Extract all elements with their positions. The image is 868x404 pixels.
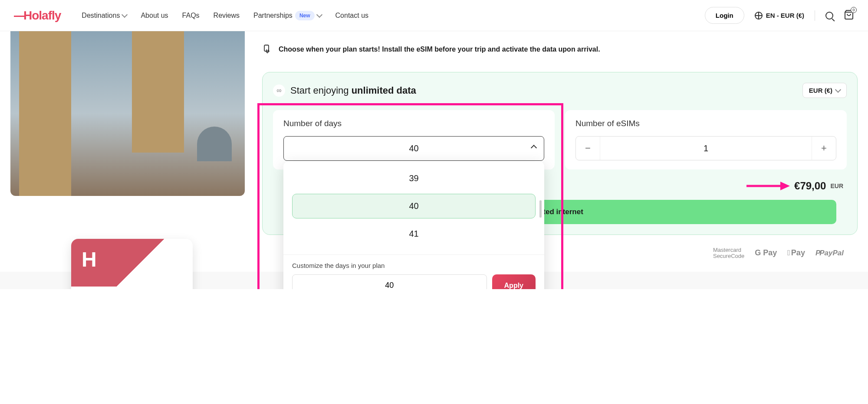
config-column: Choose when your plan starts! Install th… <box>262 31 858 272</box>
cart-count-badge: 0 <box>851 7 857 13</box>
days-label: Number of days <box>283 119 544 128</box>
currency-selector[interactable]: EUR (€) <box>802 83 847 98</box>
apple-pay-logo: Pay <box>787 249 805 257</box>
activation-text: Choose when your plan starts! Install th… <box>279 46 600 53</box>
days-option-39[interactable]: 39 <box>292 166 536 190</box>
paypal-logo: PPayPal <box>815 249 844 257</box>
increment-button[interactable]: + <box>812 137 836 160</box>
language-label: EN - EUR (€) <box>766 12 804 19</box>
cart-button[interactable]: 0 <box>844 10 854 22</box>
chevron-down-icon <box>122 11 128 17</box>
decrement-button[interactable]: − <box>576 137 600 160</box>
esim-stepper: − 1 + <box>575 136 836 160</box>
days-select[interactable]: 40 <box>283 136 544 161</box>
mastercard-securecode-logo: MastercardSecureCode <box>713 247 744 260</box>
nav-partnerships[interactable]: Partnerships New <box>253 11 322 20</box>
header-right: Login EN - EUR (€) 0 <box>705 7 854 24</box>
config-header: ∞ Start enjoying unlimited data EUR (€) <box>273 83 847 98</box>
custom-days-section: Customize the days in your plan Apply <box>283 254 544 289</box>
card-header: H <box>71 239 193 287</box>
nav-faqs[interactable]: FAQs <box>182 12 200 20</box>
price-value: €79,00 <box>794 180 826 192</box>
days-option-40[interactable]: 40 <box>292 194 536 218</box>
custom-days-label: Customize the days in your plan <box>292 262 536 269</box>
days-dropdown: 39 40 41 Customize the days in your plan… <box>283 161 544 289</box>
main-content: H Scan the QR code and connect instantly… <box>0 31 868 272</box>
hero-column: H Scan the QR code and connect instantly… <box>10 31 245 272</box>
chevron-down-icon <box>316 11 322 17</box>
plan-configurator: ∞ Start enjoying unlimited data EUR (€) … <box>262 72 858 235</box>
divider <box>815 10 815 21</box>
nav-destinations[interactable]: Destinations <box>82 12 127 20</box>
main-nav: Destinations About us FAQs Reviews Partn… <box>82 11 704 20</box>
nav-destinations-label: Destinations <box>82 12 120 20</box>
arrow-annotation-icon <box>746 181 790 191</box>
language-selector[interactable]: EN - EUR (€) <box>755 12 804 20</box>
esim-quantity: 1 <box>600 143 812 153</box>
login-button[interactable]: Login <box>705 7 744 24</box>
fields-row: Number of days 40 39 40 41 <box>273 110 847 169</box>
currency-label: EUR (€) <box>809 87 832 94</box>
plan-title-unlimited: unlimited data <box>352 85 416 96</box>
plan-title: ∞ Start enjoying unlimited data <box>273 85 416 97</box>
activation-hint: Choose when your plan starts! Install th… <box>262 44 858 55</box>
infinity-icon: ∞ <box>273 85 285 97</box>
days-option-41[interactable]: 41 <box>292 222 536 246</box>
destination-image <box>10 31 245 196</box>
google-pay-logo: G Pay <box>755 249 777 257</box>
svg-marker-2 <box>780 182 790 190</box>
nav-partnerships-label: Partnerships <box>253 12 293 20</box>
price-currency: EUR <box>830 182 843 189</box>
days-value: 40 <box>409 143 418 153</box>
days-field: Number of days 40 39 40 41 <box>273 110 555 169</box>
header: Holafly Destinations About us FAQs Revie… <box>0 0 868 31</box>
logo[interactable]: Holafly <box>14 9 61 23</box>
custom-days-row: Apply <box>292 274 536 289</box>
chevron-down-icon <box>835 86 841 92</box>
esim-card: H Scan the QR code and connect instantly… <box>71 239 193 289</box>
esims-label: Number of eSIMs <box>575 119 836 128</box>
scrollbar[interactable] <box>539 200 542 218</box>
globe-icon <box>755 12 763 20</box>
nav-contact[interactable]: Contact us <box>335 12 368 20</box>
new-badge: New <box>295 11 315 20</box>
card-body: Scan the QR code and connect instantly. <box>71 287 193 289</box>
apply-button[interactable]: Apply <box>492 274 536 289</box>
nav-reviews[interactable]: Reviews <box>214 12 240 20</box>
tap-icon <box>262 44 273 55</box>
search-icon[interactable] <box>825 12 833 20</box>
dropdown-options[interactable]: 39 40 41 <box>283 161 544 254</box>
esims-field: Number of eSIMs − 1 + <box>565 110 847 169</box>
nav-about[interactable]: About us <box>141 12 168 20</box>
custom-days-input[interactable] <box>292 274 487 289</box>
plan-title-prefix: Start enjoying <box>290 85 352 96</box>
brand-h-icon: H <box>82 248 97 271</box>
chevron-up-icon <box>531 144 537 150</box>
